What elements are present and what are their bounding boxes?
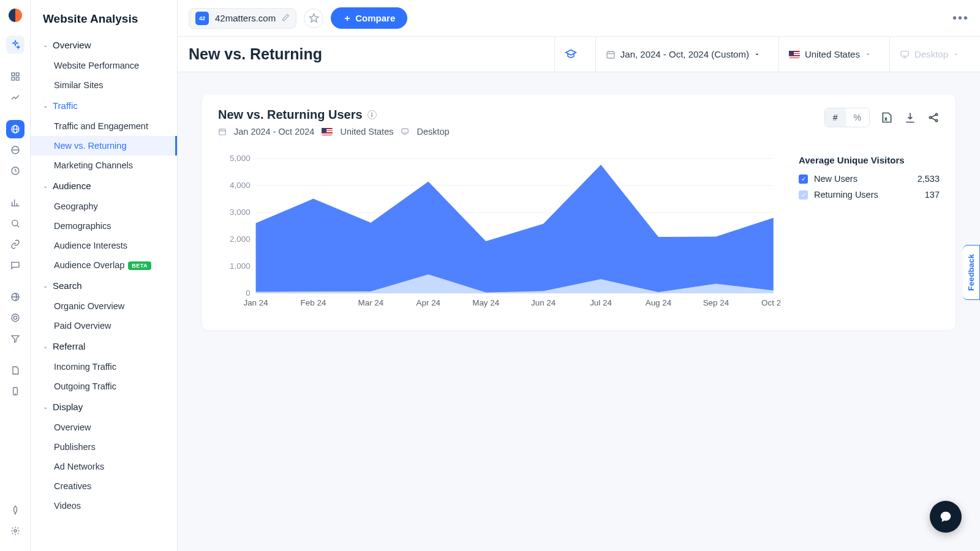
svg-text:4,000: 4,000: [230, 181, 251, 190]
nav-head-search[interactable]: ⌄Search: [31, 275, 177, 296]
nav-item[interactable]: Similar Sites: [31, 75, 177, 95]
calendar-icon: [218, 127, 227, 136]
device-picker[interactable]: Desktop: [889, 37, 969, 72]
favorite-button[interactable]: [304, 9, 323, 28]
legend-row[interactable]: ✓New Users2,533: [799, 174, 940, 184]
toggle-pct-button[interactable]: %: [846, 108, 869, 127]
share-icon[interactable]: [927, 111, 940, 124]
nav-item[interactable]: Videos: [31, 496, 177, 515]
rail-trend-icon[interactable]: [6, 88, 24, 107]
card-title: New vs. Returning Users i: [218, 108, 824, 122]
svg-rect-16: [901, 51, 908, 56]
nav-item[interactable]: Marketing Channels: [31, 156, 177, 175]
svg-text:3,000: 3,000: [230, 208, 251, 217]
brand-logo[interactable]: [9, 9, 22, 22]
download-icon[interactable]: [904, 111, 916, 124]
nav-item[interactable]: Outgoing Traffic: [31, 377, 177, 396]
nav-head-referral[interactable]: ⌄Referral: [31, 335, 177, 357]
domain-name: 42matters.com: [215, 13, 276, 23]
domain-chip[interactable]: 42 42matters.com: [189, 8, 296, 29]
svg-text:1,000: 1,000: [230, 262, 251, 271]
nav-head-audience[interactable]: ⌄Audience: [31, 175, 177, 197]
svg-text:0: 0: [246, 289, 250, 298]
svg-text:Jul 24: Jul 24: [590, 299, 612, 307]
nav-item[interactable]: Incoming Traffic: [31, 357, 177, 377]
nav-item[interactable]: Traffic and Engagement: [31, 116, 177, 136]
icon-rail: [0, 0, 31, 551]
rail-link-icon[interactable]: [6, 235, 24, 253]
legend-row[interactable]: ✓Returning Users137: [799, 190, 940, 200]
rail-message-icon[interactable]: [6, 256, 24, 274]
sidebar-title: Website Analysis: [31, 12, 177, 34]
rail-dashboard-icon[interactable]: [6, 67, 24, 86]
nav-item[interactable]: Overview: [31, 418, 177, 437]
rail-filter-icon[interactable]: [6, 329, 24, 348]
svg-point-21: [935, 119, 937, 121]
svg-text:Sep 24: Sep 24: [703, 299, 729, 307]
card-meta: Jan 2024 - Oct 2024 United States Deskto…: [218, 127, 824, 137]
domain-favicon: 42: [195, 12, 209, 25]
svg-point-11: [13, 316, 17, 319]
topbar-more-icon[interactable]: •••: [952, 11, 969, 25]
rail-gear-icon[interactable]: [6, 522, 24, 540]
svg-text:Apr 24: Apr 24: [417, 299, 441, 307]
education-icon[interactable]: [554, 37, 587, 72]
chat-bubble-button[interactable]: [930, 501, 962, 533]
rail-bar-icon[interactable]: [6, 193, 24, 212]
rail-sparkle-icon[interactable]: [6, 36, 24, 54]
nav-item[interactable]: Audience OverlapBETA: [31, 255, 177, 275]
sidebar: Website Analysis ⌄OverviewWebsite Perfor…: [31, 0, 178, 551]
svg-rect-18: [402, 129, 409, 133]
rail-globe2-icon[interactable]: [6, 141, 24, 159]
svg-point-10: [12, 314, 19, 321]
svg-text:May 24: May 24: [472, 299, 499, 307]
svg-point-8: [12, 220, 17, 226]
svg-text:Jan 24: Jan 24: [243, 299, 268, 307]
chevron-down-icon: [754, 51, 760, 58]
feedback-tab[interactable]: Feedback: [963, 245, 980, 300]
nav-item[interactable]: Creatives: [31, 476, 177, 496]
export-excel-icon[interactable]: [881, 111, 893, 124]
nav-item[interactable]: Audience Interests: [31, 236, 177, 255]
nav-item[interactable]: Organic Overview: [31, 296, 177, 316]
svg-text:Oct 24: Oct 24: [761, 299, 780, 307]
rail-rocket-icon[interactable]: [6, 501, 24, 519]
us-flag-icon: [789, 51, 800, 58]
date-range-picker[interactable]: Jan, 2024 - Oct, 2024 (Custom): [595, 37, 770, 72]
rail-doc-icon[interactable]: [6, 361, 24, 380]
svg-text:Jun 24: Jun 24: [531, 299, 556, 307]
nav-item[interactable]: Demographics: [31, 216, 177, 236]
country-label: United States: [805, 49, 860, 59]
nav-item[interactable]: Geography: [31, 197, 177, 216]
svg-text:5,000: 5,000: [230, 154, 251, 163]
area-chart: 01,0002,0003,0004,0005,000Jan 24Feb 24Ma…: [218, 152, 780, 312]
legend-title: Average Unique Visitors: [799, 155, 940, 165]
svg-rect-15: [607, 51, 614, 58]
compare-button[interactable]: Compare: [331, 7, 407, 29]
country-picker[interactable]: United States: [778, 37, 881, 72]
svg-text:2,000: 2,000: [230, 235, 251, 244]
nav-item[interactable]: Paid Overview: [31, 316, 177, 335]
nav-item[interactable]: Website Performance: [31, 56, 177, 75]
rail-search-icon[interactable]: [6, 214, 24, 233]
rail-globe3-icon[interactable]: [6, 288, 24, 306]
nav-item[interactable]: New vs. Returning: [31, 136, 177, 156]
rail-mobile-icon[interactable]: [6, 382, 24, 400]
svg-rect-2: [12, 77, 15, 80]
chevron-down-icon: [865, 51, 871, 58]
subbar: New vs. Returning Jan, 2024 - Oct, 2024 …: [178, 37, 980, 72]
nav-head-traffic[interactable]: ⌄Traffic: [31, 95, 177, 116]
nav-item[interactable]: Ad Networks: [31, 457, 177, 476]
svg-rect-3: [16, 77, 19, 80]
info-icon[interactable]: i: [368, 110, 377, 119]
svg-point-19: [929, 116, 931, 118]
edit-domain-icon[interactable]: [282, 13, 290, 24]
rail-clock-icon[interactable]: [6, 162, 24, 180]
rail-globe-icon[interactable]: [6, 120, 24, 138]
rail-target-icon[interactable]: [6, 309, 24, 327]
date-range-label: Jan, 2024 - Oct, 2024 (Custom): [620, 49, 749, 59]
nav-head-display[interactable]: ⌄Display: [31, 396, 177, 418]
nav-head-overview[interactable]: ⌄Overview: [31, 34, 177, 56]
toggle-hash-button[interactable]: #: [825, 108, 846, 127]
nav-item[interactable]: Publishers: [31, 437, 177, 457]
